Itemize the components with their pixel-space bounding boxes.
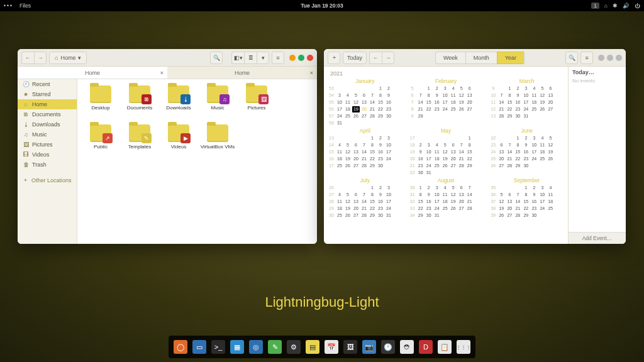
day-cell[interactable]: 24 xyxy=(425,163,433,169)
day-cell[interactable]: 27 xyxy=(497,163,505,169)
day-cell[interactable]: 6 xyxy=(466,85,474,92)
day-cell[interactable]: 2 xyxy=(425,185,433,191)
view-month[interactable]: Month xyxy=(465,52,497,64)
hamburger-menu[interactable]: ≡ xyxy=(272,52,284,64)
next-button[interactable]: → xyxy=(382,52,394,64)
day-cell[interactable]: 22 xyxy=(514,156,521,162)
minimize-button[interactable] xyxy=(289,55,296,61)
day-cell[interactable]: 28 xyxy=(417,113,425,119)
path-bar[interactable]: ⌂ Home ▾ xyxy=(49,52,87,64)
day-cell[interactable]: 25 xyxy=(441,206,449,212)
day-cell[interactable]: 3 xyxy=(385,185,392,191)
sidebar-item-documents[interactable]: 🗎Documents xyxy=(18,109,77,119)
dock-app-2[interactable]: >_ xyxy=(211,340,225,354)
power-icon[interactable]: ⏻ xyxy=(635,3,640,9)
dock-app-5[interactable]: ✎ xyxy=(268,340,282,354)
day-cell[interactable]: 2 xyxy=(377,185,384,191)
day-cell[interactable]: 14 xyxy=(497,99,505,106)
day-cell[interactable]: 13 xyxy=(450,149,457,155)
add-event-button[interactable]: Add Event… xyxy=(569,232,626,244)
sidebar-item-music[interactable]: ♫Music xyxy=(18,129,77,140)
day-cell[interactable]: 13 xyxy=(360,99,368,106)
day-cell[interactable]: 3 xyxy=(336,92,343,99)
day-cell[interactable]: 28 xyxy=(360,212,368,219)
day-cell[interactable]: 28 xyxy=(360,163,368,169)
workspace-indicator[interactable]: 1 xyxy=(591,3,599,9)
day-cell[interactable]: 20 xyxy=(466,99,474,106)
day-cell[interactable]: 11 xyxy=(344,99,352,106)
folder-public[interactable]: ↗Public xyxy=(81,124,120,163)
day-cell[interactable]: 8 xyxy=(377,92,384,99)
day-cell[interactable]: 1 xyxy=(369,185,376,191)
day-cell[interactable]: 9 xyxy=(377,192,384,198)
day-cell[interactable]: 21 xyxy=(360,156,368,162)
day-cell[interactable]: 30 xyxy=(417,170,425,176)
dock-app-3[interactable]: ▦ xyxy=(230,340,244,354)
view-week[interactable]: Week xyxy=(435,52,465,64)
day-cell[interactable]: 14 xyxy=(360,149,368,155)
close-icon[interactable]: × xyxy=(310,70,313,76)
sidebar-item-videos[interactable]: 🎞Videos xyxy=(18,150,77,160)
dock-app-9[interactable]: 🖼 xyxy=(343,340,357,354)
day-cell[interactable]: 30 xyxy=(514,113,521,119)
day-cell[interactable]: 23 xyxy=(433,106,441,112)
day-cell[interactable]: 27 xyxy=(450,163,457,169)
day-cell[interactable]: 10 xyxy=(433,192,441,198)
day-cell[interactable]: 11 xyxy=(450,92,457,99)
day-cell[interactable]: 10 xyxy=(385,192,392,198)
day-cell[interactable]: 17 xyxy=(425,156,433,162)
day-cell[interactable]: 8 xyxy=(417,192,425,198)
day-cell[interactable]: 18 xyxy=(450,99,457,106)
folder-virtualbox-vms[interactable]: VirtualBox VMs xyxy=(198,124,237,163)
day-cell[interactable]: 19 xyxy=(441,156,449,162)
search-button[interactable]: 🔍 xyxy=(210,52,223,64)
day-cell[interactable]: 22 xyxy=(369,206,376,212)
day-cell[interactable]: 15 xyxy=(514,149,521,155)
day-cell[interactable]: 13 xyxy=(458,192,465,198)
day-cell[interactable]: 23 xyxy=(385,106,392,112)
dock-app-15[interactable]: ⋮⋮⋮ xyxy=(457,340,470,354)
day-cell[interactable]: 3 xyxy=(385,135,392,141)
day-cell[interactable]: 16 xyxy=(417,156,425,162)
day-cell[interactable]: 17 xyxy=(336,106,343,112)
day-cell[interactable]: 13 xyxy=(547,92,554,99)
day-cell[interactable]: 8 xyxy=(522,192,530,198)
day-cell[interactable]: 3 xyxy=(538,185,546,191)
day-cell[interactable]: 7 xyxy=(369,92,376,99)
day-cell[interactable]: 19 xyxy=(344,156,352,162)
day-cell[interactable]: 5 xyxy=(352,92,360,99)
view-list-button[interactable]: ≣ xyxy=(244,52,257,64)
day-cell[interactable]: 31 xyxy=(385,212,392,219)
day-cell[interactable]: 8 xyxy=(506,92,513,99)
day-cell[interactable]: 11 xyxy=(433,149,441,155)
day-cell[interactable]: 8 xyxy=(369,192,376,198)
day-cell[interactable]: 12 xyxy=(344,149,352,155)
day-cell[interactable]: 24 xyxy=(530,156,538,162)
day-cell[interactable]: 7 xyxy=(497,92,505,99)
day-cell[interactable]: 3 xyxy=(522,85,530,92)
day-cell[interactable]: 25 xyxy=(530,106,538,112)
day-cell[interactable]: 1 xyxy=(514,135,521,141)
day-cell[interactable]: 29 xyxy=(466,163,474,169)
day-cell[interactable]: 4 xyxy=(450,85,457,92)
day-cell[interactable]: 19 xyxy=(547,149,554,155)
day-cell[interactable]: 1 xyxy=(522,185,530,191)
day-cell[interactable]: 28 xyxy=(369,113,376,119)
day-cell[interactable]: 9 xyxy=(377,142,384,148)
view-year[interactable]: Year xyxy=(497,52,525,64)
day-cell[interactable]: 15 xyxy=(369,199,376,205)
day-cell[interactable]: 10 xyxy=(385,142,392,148)
day-cell[interactable]: 10 xyxy=(425,149,433,155)
day-cell[interactable]: 31 xyxy=(425,170,433,176)
day-cell[interactable]: 18 xyxy=(538,149,546,155)
day-cell[interactable]: 31 xyxy=(522,113,530,119)
dock-app-8[interactable]: 📅 xyxy=(325,340,338,354)
day-cell[interactable]: 14 xyxy=(369,99,376,106)
day-cell[interactable]: 26 xyxy=(497,212,505,219)
sidebar-item-recent[interactable]: 🕘Recent xyxy=(18,79,77,89)
zoom-control[interactable]: ◧▾ xyxy=(231,52,244,64)
day-cell[interactable]: 2 xyxy=(417,142,425,148)
day-cell[interactable]: 2 xyxy=(530,185,538,191)
day-cell[interactable]: 24 xyxy=(385,156,392,162)
day-cell[interactable]: 4 xyxy=(547,185,554,191)
